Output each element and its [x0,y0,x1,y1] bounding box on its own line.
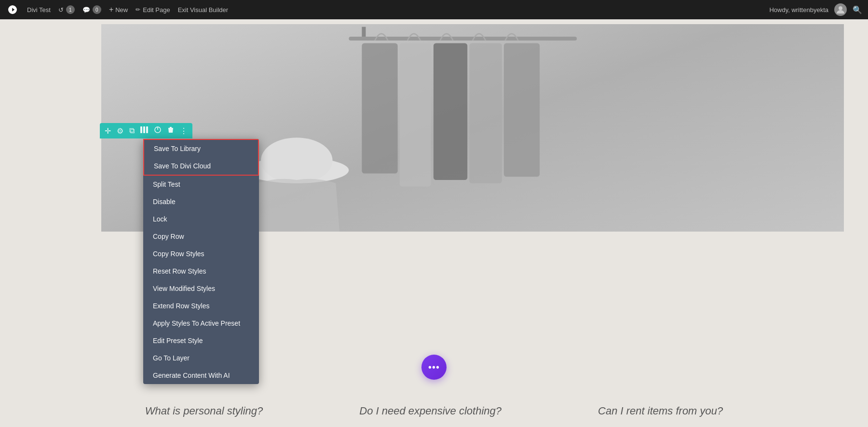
highlighted-menu-group: Save To Library Save To Divi Cloud [143,139,259,176]
svg-rect-9 [504,43,540,177]
menu-item-extend-row[interactable]: Extend Row Styles [143,297,259,315]
menu-item-go-to-layer[interactable]: Go To Layer [143,349,259,367]
exit-builder-link[interactable]: Exit Visual Builder [178,6,229,14]
faq-item-3[interactable]: Can I rent items from you? [598,405,723,417]
context-menu: Save To Library Save To Divi Cloud Split… [143,139,259,384]
menu-item-split-test[interactable]: Split Test [143,176,259,193]
menu-item-generate-ai[interactable]: Generate Content With AI [143,367,259,384]
row-toolbar: ✛ ⚙ ⧉ ⋮ [100,123,192,138]
svg-rect-6 [400,43,431,186]
disable-icon[interactable] [154,126,162,136]
menu-item-save-cloud[interactable]: Save To Divi Cloud [144,157,258,175]
menu-item-save-library[interactable]: Save To Library [144,140,258,157]
comments-link[interactable]: 💬 0 [82,5,101,14]
updates-link[interactable]: ↺ 1 [58,5,75,14]
svg-rect-14 [146,126,148,133]
dots-icon: ••• [428,362,440,373]
search-icon[interactable]: 🔍 [853,5,862,14]
floating-action-button[interactable]: ••• [421,355,447,380]
menu-item-reset-row-styles[interactable]: Reset Row Styles [143,262,259,280]
site-name-link[interactable]: Divi Test [27,6,51,14]
faq-item-2[interactable]: Do I need expensive clothing? [359,405,502,417]
menu-item-view-modified[interactable]: View Modified Styles [143,280,259,297]
wp-logo[interactable] [6,3,19,16]
menu-item-edit-preset[interactable]: Edit Preset Style [143,332,259,349]
svg-point-1 [839,6,842,10]
new-label: New [115,6,128,14]
svg-rect-5 [362,43,397,173]
page-content: ✛ ⚙ ⧉ ⋮ Save To Library [0,19,868,427]
avatar[interactable] [834,3,847,16]
faq-item-1[interactable]: What is personal styling? [145,405,263,417]
svg-rect-13 [143,126,145,133]
faq-section: What is personal styling? Do I need expe… [0,405,868,417]
delete-icon[interactable] [167,126,174,136]
edit-page-link[interactable]: ✏ Edit Page [136,6,170,14]
svg-point-11 [261,138,333,183]
clone-icon[interactable]: ⧉ [129,126,135,135]
svg-rect-8 [469,43,502,183]
settings-icon[interactable]: ⚙ [117,126,123,136]
svg-rect-4 [349,37,577,41]
menu-item-copy-row-styles[interactable]: Copy Row Styles [143,245,259,262]
more-options-icon[interactable]: ⋮ [180,126,188,136]
menu-item-disable[interactable]: Disable [143,193,259,210]
menu-item-lock[interactable]: Lock [143,210,259,228]
howdy-text: Howdy, writtenbyekta [769,6,828,14]
new-link[interactable]: + New [109,5,128,14]
admin-bar: Divi Test ↺ 1 💬 0 + New ✏ Edit Page Exit… [0,0,868,19]
move-icon[interactable]: ✛ [105,126,111,136]
svg-rect-7 [434,43,467,180]
columns-icon[interactable] [140,126,148,135]
svg-rect-12 [140,126,142,133]
menu-item-copy-row[interactable]: Copy Row [143,228,259,245]
menu-item-apply-preset[interactable]: Apply Styles To Active Preset [143,315,259,332]
